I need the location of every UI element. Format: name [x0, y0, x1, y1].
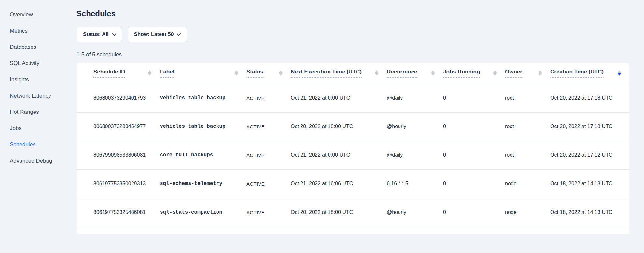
sort-icon[interactable]	[375, 70, 378, 76]
cell-jobs-running: 0	[443, 112, 505, 141]
cell-owner: root	[505, 141, 550, 169]
cell-status: ACTIVE	[246, 84, 291, 112]
cell-recurrence: @daily	[387, 141, 443, 169]
column-header-label: Status	[246, 69, 263, 78]
table-body: 806800373290401793vehicles_table_backupA…	[77, 84, 629, 227]
cell-status: ACTIVE	[246, 198, 291, 227]
cell-schedule-id: 806799098533806081	[77, 141, 160, 169]
sidebar-item-schedules[interactable]: Schedules	[10, 137, 77, 153]
cell-creation-time: Oct 20, 2022 at 17:18 UTC	[550, 112, 629, 141]
cell-label: vehicles_table_backup	[160, 112, 246, 141]
chevron-down-icon	[177, 32, 181, 36]
sort-icon[interactable]	[235, 70, 238, 76]
schedules-page: { "sidebar": { "items": [ { "label": "Ov…	[0, 0, 644, 253]
main-content: Schedules Status: All Show: Latest 50 1-…	[77, 0, 629, 234]
cell-next-execution: Oct 20, 2022 at 18:00 UTC	[291, 198, 387, 227]
column-header-label: Next Execution Time (UTC)	[291, 69, 362, 78]
cell-recurrence: @hourly	[387, 198, 443, 227]
cell-jobs-running: 0	[443, 84, 505, 112]
column-header-schedule-id[interactable]: Schedule ID	[77, 63, 160, 84]
column-header-status[interactable]: Status	[246, 63, 291, 84]
table-header-row: Schedule IDLabelStatusNext Execution Tim…	[77, 63, 629, 84]
column-header-recurrence[interactable]: Recurrence	[387, 63, 443, 84]
column-header-label: Label	[160, 69, 174, 78]
column-header-creation-time-utc[interactable]: Creation Time (UTC)	[550, 63, 629, 84]
sidebar-item-metrics[interactable]: Metrics	[10, 23, 77, 39]
cell-jobs-running: 0	[443, 169, 505, 198]
status-filter-label: Status: All	[83, 32, 109, 37]
sidebar-item-sql-activity[interactable]: SQL Activity	[10, 55, 77, 72]
sort-icon[interactable]	[148, 70, 151, 76]
table-row[interactable]: 806800373290401793vehicles_table_backupA…	[77, 84, 629, 112]
cell-status: ACTIVE	[246, 169, 291, 198]
column-header-next-execution-time-utc[interactable]: Next Execution Time (UTC)	[291, 63, 387, 84]
cell-schedule-id: 806197753325486081	[77, 198, 160, 227]
cell-recurrence: 6 16 * * 5	[387, 169, 443, 198]
cell-label: sql-stats-compaction	[160, 198, 246, 227]
sort-icon[interactable]	[539, 70, 542, 76]
sidebar-item-jobs[interactable]: Jobs	[10, 120, 77, 137]
schedules-table-card: Schedule IDLabelStatusNext Execution Tim…	[77, 63, 629, 234]
results-count: 1-5 of 5 schedules	[77, 51, 629, 58]
cell-next-execution: Oct 20, 2022 at 18:00 UTC	[291, 112, 387, 141]
cell-creation-time: Oct 20, 2022 at 17:12 UTC	[550, 141, 629, 169]
cell-creation-time: Oct 20, 2022 at 17:18 UTC	[550, 84, 629, 112]
cell-next-execution: Oct 21, 2022 at 0:00 UTC	[291, 84, 387, 112]
column-header-label: Schedule ID	[93, 69, 125, 78]
sort-icon[interactable]	[279, 70, 282, 76]
cell-owner: node	[505, 169, 550, 198]
chevron-down-icon	[112, 32, 116, 36]
schedules-table: Schedule IDLabelStatusNext Execution Tim…	[77, 63, 629, 227]
sidebar-item-databases[interactable]: Databases	[10, 39, 77, 55]
cell-schedule-id: 806800373283454977	[77, 112, 160, 141]
page-title: Schedules	[77, 9, 629, 18]
show-filter-dropdown[interactable]: Show: Latest 50	[128, 27, 187, 42]
sidebar-item-advanced-debug[interactable]: Advanced Debug	[10, 153, 77, 169]
column-header-label: Recurrence	[387, 69, 417, 78]
column-header-label: Creation Time (UTC)	[550, 69, 604, 78]
cell-next-execution: Oct 21, 2022 at 0:00 UTC	[291, 141, 387, 169]
sidebar-item-insights[interactable]: Insights	[10, 72, 77, 88]
sidebar-item-overview[interactable]: Overview	[10, 7, 77, 23]
table-row[interactable]: 806800373283454977vehicles_table_backupA…	[77, 112, 629, 141]
sidebar-nav: OverviewMetricsDatabasesSQL ActivityInsi…	[0, 0, 77, 253]
cell-schedule-id: 806197753350029313	[77, 169, 160, 198]
sort-icon[interactable]	[618, 70, 621, 76]
cell-status: ACTIVE	[246, 112, 291, 141]
sidebar-item-hot-ranges[interactable]: Hot Ranges	[10, 104, 77, 120]
cell-owner: root	[505, 112, 550, 141]
cell-label: vehicles_table_backup	[160, 84, 246, 112]
column-header-label[interactable]: Label	[160, 63, 246, 84]
column-header-label: Jobs Running	[443, 69, 480, 78]
column-header-owner[interactable]: Owner	[505, 63, 550, 84]
filters-row: Status: All Show: Latest 50	[77, 27, 629, 42]
cell-status: ACTIVE	[246, 141, 291, 169]
show-filter-label: Show: Latest 50	[134, 32, 174, 37]
cell-recurrence: @hourly	[387, 112, 443, 141]
cell-owner: root	[505, 84, 550, 112]
cell-schedule-id: 806800373290401793	[77, 84, 160, 112]
table-row[interactable]: 806197753350029313sql-schema-telemetryAC…	[77, 169, 629, 198]
sort-icon[interactable]	[493, 70, 497, 76]
cell-creation-time: Oct 18, 2022 at 14:13 UTC	[550, 169, 629, 198]
status-filter-dropdown[interactable]: Status: All	[77, 27, 122, 42]
cell-jobs-running: 0	[443, 141, 505, 169]
table-row[interactable]: 806799098533806081core_full_backupsACTIV…	[77, 141, 629, 169]
table-row[interactable]: 806197753325486081sql-stats-compactionAC…	[77, 198, 629, 227]
sidebar-item-network-latency[interactable]: Network Latency	[10, 88, 77, 104]
cell-label: sql-schema-telemetry	[160, 169, 246, 198]
cell-owner: node	[505, 198, 550, 227]
column-header-label: Owner	[505, 69, 522, 78]
sort-icon[interactable]	[431, 70, 435, 76]
column-header-jobs-running[interactable]: Jobs Running	[443, 63, 505, 84]
cell-creation-time: Oct 18, 2022 at 14:13 UTC	[550, 198, 629, 227]
cell-jobs-running: 0	[443, 198, 505, 227]
cell-recurrence: @daily	[387, 84, 443, 112]
cell-label: core_full_backups	[160, 141, 246, 169]
cell-next-execution: Oct 21, 2022 at 16:06 UTC	[291, 169, 387, 198]
